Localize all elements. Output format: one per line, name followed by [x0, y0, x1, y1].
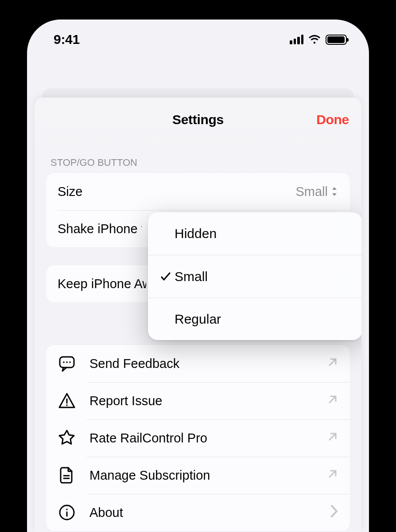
manage-subscription-label: Manage Subscription	[89, 468, 210, 483]
send-feedback-label: Send Feedback	[89, 356, 179, 371]
send-feedback-row[interactable]: Send Feedback	[46, 345, 350, 382]
about-row[interactable]: About	[46, 494, 350, 531]
star-icon	[58, 429, 76, 447]
report-issue-label: Report Issue	[89, 394, 162, 408]
svg-point-6	[66, 509, 67, 510]
document-icon	[58, 466, 76, 485]
svg-point-1	[63, 361, 65, 363]
status-time: 9:41	[54, 32, 80, 47]
size-menu-item-regular[interactable]: Regular	[148, 297, 361, 340]
status-bar: 9:41	[27, 20, 369, 68]
rate-app-row[interactable]: Rate RailControl Pro	[46, 419, 350, 457]
manage-subscription-row[interactable]: Manage Subscription	[46, 457, 350, 494]
size-menu-item-hidden[interactable]: Hidden	[148, 212, 361, 255]
svg-point-4	[66, 404, 67, 406]
page-title: Settings	[172, 112, 224, 127]
svg-point-2	[66, 361, 68, 363]
shake-label: Shake iPhone to Stop	[58, 222, 142, 236]
about-label: About	[89, 505, 123, 520]
checkmark-icon	[157, 271, 175, 282]
external-link-icon	[327, 356, 338, 368]
report-issue-row[interactable]: Report Issue	[46, 382, 350, 419]
settings-sheet: Settings Done STOP/GO BUTTON Size Small	[35, 98, 361, 532]
external-link-icon	[327, 468, 338, 480]
links-group: Send Feedback	[46, 345, 350, 531]
warning-icon	[58, 391, 76, 410]
size-menu-item-small[interactable]: Small	[148, 255, 361, 297]
size-value: Small	[295, 184, 328, 199]
wifi-icon	[308, 35, 321, 44]
external-link-icon	[327, 431, 338, 442]
chevron-right-icon	[330, 505, 338, 518]
external-link-icon	[327, 394, 338, 405]
feedback-icon	[58, 354, 76, 373]
keep-awake-label: Keep iPhone Awake	[58, 277, 146, 291]
svg-point-3	[69, 361, 71, 363]
info-icon	[58, 503, 76, 522]
size-row[interactable]: Size Small	[46, 173, 350, 210]
done-button[interactable]: Done	[316, 98, 349, 142]
size-menu: Hidden Small Regular	[148, 212, 361, 340]
section-header-stop-go: STOP/GO BUTTON	[46, 142, 350, 173]
cellular-signal-icon	[290, 35, 303, 44]
up-down-icon	[330, 186, 338, 197]
status-indicators	[290, 35, 347, 45]
battery-icon	[326, 35, 347, 45]
size-label: Size	[58, 184, 82, 199]
rate-app-label: Rate RailControl Pro	[89, 431, 207, 446]
